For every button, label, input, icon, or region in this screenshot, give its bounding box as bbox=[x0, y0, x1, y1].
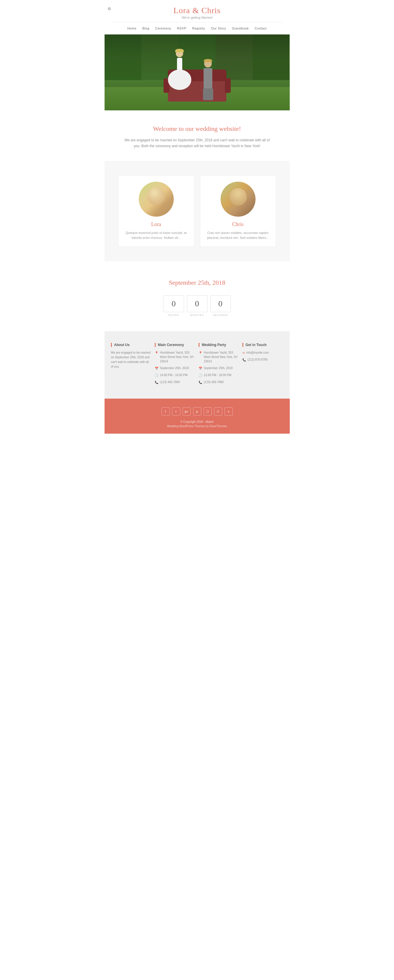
countdown-boxes: 0 Hours 0 Minutes 0 Seconds bbox=[110, 295, 284, 317]
seconds-label: Seconds bbox=[210, 313, 231, 317]
chris-desc: Cras non ipsum sodales, accumsan sapien … bbox=[206, 231, 270, 240]
about-title: About Us bbox=[111, 343, 152, 347]
site-subtitle: We're getting Married bbox=[105, 16, 290, 19]
footer-party: Wedding Party 📍 Hornblower Yacht, 353 We… bbox=[199, 343, 239, 387]
minutes-label: Minutes bbox=[187, 313, 207, 317]
lora-name: Lora bbox=[124, 221, 188, 228]
social-twitter[interactable]: t bbox=[172, 407, 180, 415]
ceremony-address-detail: 📍 Hornblower Yacht, 353 West Street New … bbox=[155, 350, 196, 364]
party-phone-detail: 📞 (123) 465-7890 bbox=[199, 380, 239, 385]
chris-name: Chris bbox=[206, 221, 270, 228]
lora-card: Lora Quisque euismod justo ut turpis sus… bbox=[118, 175, 194, 247]
chris-card: Chris Cras non ipsum sodales, accumsan s… bbox=[200, 175, 276, 247]
location-icon: 📍 bbox=[155, 351, 158, 355]
contact-email: info@mysite.com bbox=[247, 350, 269, 355]
about-text: We are engaged to be married on Septembe… bbox=[111, 350, 152, 369]
hours-value: 0 bbox=[164, 295, 184, 312]
ceremony-address: Hornblower Yacht, 353 West Street New Yo… bbox=[160, 350, 196, 364]
countdown-section: September 25th, 2018 0 Hours 0 Minutes 0… bbox=[105, 261, 290, 331]
nav-blog[interactable]: Blog bbox=[142, 27, 149, 30]
contact-phone-icon: 📞 bbox=[242, 358, 246, 362]
calendar-icon: 📅 bbox=[155, 366, 158, 371]
party-location-icon: 📍 bbox=[199, 351, 202, 355]
countdown-minutes: 0 Minutes bbox=[187, 295, 207, 317]
footer-ceremony: Main Ceremony 📍 Hornblower Yacht, 353 We… bbox=[155, 343, 196, 387]
footer-grid: About Us We are engaged to be married on… bbox=[110, 343, 284, 387]
clock-icon: 🕐 bbox=[155, 373, 158, 377]
party-clock-icon: 🕐 bbox=[199, 373, 202, 377]
phone-icon: 📞 bbox=[155, 380, 158, 385]
countdown-hours: 0 Hours bbox=[164, 295, 184, 317]
title-name2: Chris bbox=[201, 6, 220, 15]
contact-phone-detail: 📞 (212) 870-6789 bbox=[242, 358, 283, 362]
title-name1: Lora bbox=[174, 6, 190, 15]
social-icons: f t g+ p ◻ ◻ v bbox=[110, 407, 284, 415]
nav-rsvp[interactable]: RSVP bbox=[177, 27, 186, 30]
countdown-date: September 25th, 2018 bbox=[110, 279, 284, 286]
welcome-text: We are engaged to be married on Septembe… bbox=[122, 137, 272, 149]
hours-label: Hours bbox=[164, 313, 184, 317]
nav-guestbook[interactable]: Guestbook bbox=[232, 27, 249, 30]
ceremony-date: September 25th, 2018 bbox=[160, 366, 189, 370]
party-date: September 25th, 2018 bbox=[204, 366, 233, 370]
social-facebook[interactable]: f bbox=[161, 407, 170, 415]
title-ampersand: & bbox=[190, 6, 201, 15]
social-googleplus[interactable]: g+ bbox=[183, 407, 191, 415]
party-address-detail: 📍 Hornblower Yacht, 353 West Street New … bbox=[199, 350, 239, 364]
welcome-heading: Welcome to our wedding website! bbox=[122, 125, 272, 132]
settings-icon[interactable]: ⚙ bbox=[107, 6, 111, 11]
party-date-detail: 📅 September 25th, 2018 bbox=[199, 366, 239, 371]
welcome-section: Welcome to our wedding website! We are e… bbox=[105, 110, 290, 161]
nav-home[interactable]: Home bbox=[128, 27, 136, 30]
contact-phone: (212) 870-6789 bbox=[248, 358, 268, 362]
social-vimeo[interactable]: v bbox=[225, 407, 233, 415]
contact-title: Get in Touch bbox=[242, 343, 283, 347]
nav-registry[interactable]: Registry bbox=[192, 27, 205, 30]
lora-desc: Quisque euismod justo ut turpis suscipit… bbox=[124, 231, 188, 240]
nav-ceremony[interactable]: Ceremony bbox=[155, 27, 171, 30]
ceremony-title: Main Ceremony bbox=[155, 343, 196, 347]
chris-avatar bbox=[220, 181, 255, 217]
main-nav: Home Blog Ceremony RSVP Registry Our Sto… bbox=[110, 22, 284, 35]
site-title: Lora & Chris bbox=[105, 6, 290, 15]
ceremony-time-detail: 🕐 14:00 PM - 16:00 PM bbox=[155, 373, 196, 377]
party-title: Wedding Party bbox=[199, 343, 239, 347]
contact-email-detail: ✉ info@mysite.com bbox=[242, 350, 283, 355]
nav-ourstory[interactable]: Our Story bbox=[211, 27, 226, 30]
ceremony-date-detail: 📅 September 25th, 2018 bbox=[155, 366, 196, 371]
site-header: ⚙ Lora & Chris We're getting Married bbox=[105, 0, 290, 22]
hero-image bbox=[105, 35, 290, 110]
party-phone-icon: 📞 bbox=[199, 380, 202, 385]
social-rss[interactable]: ◻ bbox=[214, 407, 222, 415]
theme-credit: Wedding WordPress Themes by DaveThemes bbox=[110, 425, 284, 428]
party-time: 12:00 PM - 16:00 PM bbox=[204, 373, 231, 377]
ceremony-phone: (123) 465-7890 bbox=[160, 380, 180, 384]
minutes-value: 0 bbox=[187, 295, 207, 312]
ceremony-phone-detail: 📞 (123) 465-7890 bbox=[155, 380, 196, 385]
copyright-text: © Copyright 2018 - Match bbox=[110, 420, 284, 423]
footer-info: About Us We are engaged to be married on… bbox=[105, 331, 290, 399]
lora-avatar bbox=[139, 181, 174, 217]
seconds-value: 0 bbox=[210, 295, 231, 312]
party-address: Hornblower Yacht, 353 West Street New Yo… bbox=[204, 350, 239, 364]
ceremony-time: 14:00 PM - 16:00 PM bbox=[160, 373, 188, 377]
countdown-seconds: 0 Seconds bbox=[210, 295, 231, 317]
footer-about: About Us We are engaged to be married on… bbox=[111, 343, 152, 387]
party-phone: (123) 465-7890 bbox=[204, 380, 224, 384]
people-section: Lora Quisque euismod justo ut turpis sus… bbox=[105, 161, 290, 261]
footer-contact: Get in Touch ✉ info@mysite.com 📞 (212) 8… bbox=[242, 343, 283, 387]
nav-contact[interactable]: Contact bbox=[255, 27, 266, 30]
email-icon: ✉ bbox=[242, 351, 245, 355]
footer-bottom: f t g+ p ◻ ◻ v © Copyright 2018 - Match … bbox=[105, 399, 290, 434]
party-calendar-icon: 📅 bbox=[199, 366, 202, 371]
social-instagram[interactable]: ◻ bbox=[204, 407, 212, 415]
party-time-detail: 🕐 12:00 PM - 16:00 PM bbox=[199, 373, 239, 377]
social-pinterest[interactable]: p bbox=[193, 407, 201, 415]
